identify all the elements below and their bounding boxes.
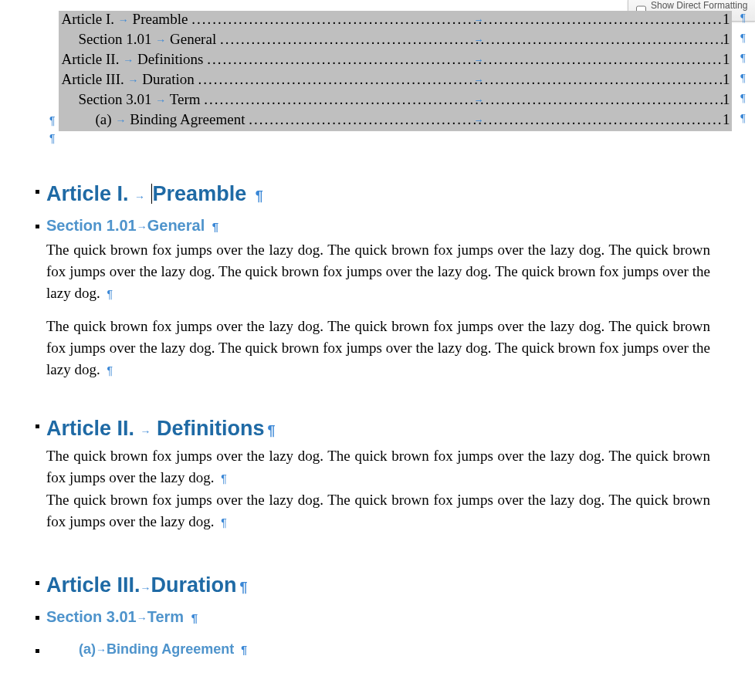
pilcrow-icon: ¶ xyxy=(252,188,263,204)
heading-subsection-a[interactable]: (a)→Binding Agreement ¶ xyxy=(46,641,747,658)
body-paragraph[interactable]: The quick brown fox jumps over the lazy … xyxy=(46,239,710,305)
toc-row[interactable]: Article III. → Duration ................… xyxy=(59,71,732,91)
heading-number: (a) xyxy=(79,641,96,657)
toc-row[interactable]: Section 1.01 → General .................… xyxy=(59,31,732,51)
paragraph-marker-icon xyxy=(36,581,39,585)
heading-section-3-01[interactable]: Section 3.01→Term ¶ xyxy=(46,608,747,626)
tab-icon: → xyxy=(474,34,484,46)
toc-leader-dots: ........................................… xyxy=(249,111,723,128)
tab-icon: → xyxy=(141,582,151,594)
heading-number: Article III. xyxy=(46,573,141,597)
paragraph-marker-icon xyxy=(36,616,39,620)
toc-row[interactable]: Article II. → Definitions ..............… xyxy=(59,51,732,71)
body-paragraph[interactable]: The quick brown fox jumps over the lazy … xyxy=(46,489,710,533)
heading-article-1[interactable]: Article I. → Preamble ¶ xyxy=(46,182,747,206)
toc-page-number: 1 xyxy=(723,111,732,128)
heading-title: Preamble xyxy=(153,182,247,205)
document-area[interactable]: ¶ Article I. → Preamble ................… xyxy=(0,0,755,658)
heading-article-2[interactable]: Article II. → Definitions¶ xyxy=(46,417,747,441)
heading-title: Term xyxy=(147,608,184,625)
toc-entry-text: Article I. → Preamble xyxy=(62,11,192,28)
pilcrow-icon: ¶ xyxy=(740,52,745,65)
table-of-contents[interactable]: Article I. → Preamble ..................… xyxy=(59,11,732,131)
body-paragraph[interactable]: The quick brown fox jumps over the lazy … xyxy=(46,316,710,381)
text-cursor xyxy=(151,184,152,204)
toc-entry-text: Section 3.01 → Term xyxy=(79,91,205,108)
toc-page-number: 1 xyxy=(723,51,732,68)
toc-entry-text: (a) → Binding Agreement xyxy=(96,111,249,128)
heading-title: Binding Agreement xyxy=(107,641,234,657)
heading-number: Section 1.01 xyxy=(46,217,137,234)
pilcrow-icon: ¶ xyxy=(103,364,113,377)
pilcrow-icon: ¶ xyxy=(740,12,745,25)
toc-page-number: 1 xyxy=(723,31,732,48)
paragraph-marker-icon xyxy=(36,649,39,653)
toc-leader-dots: ........................................… xyxy=(191,11,723,28)
pilcrow-icon: ¶ xyxy=(188,611,198,624)
tab-icon: → xyxy=(137,612,147,624)
toc-entry-text: Section 1.01 → General xyxy=(79,31,220,48)
tab-icon: → xyxy=(141,425,151,438)
pilcrow-icon: ¶ xyxy=(46,132,56,144)
tab-icon: → xyxy=(474,14,484,26)
pilcrow-icon: ¶ xyxy=(218,472,227,485)
tab-icon: → xyxy=(96,644,107,656)
heading-article-3[interactable]: Article III.→Duration¶ xyxy=(46,573,747,597)
heading-number: Article I. xyxy=(46,182,129,205)
toc-page-number: 1 xyxy=(723,91,732,108)
paragraph-marker-icon xyxy=(36,225,39,228)
toc-entry-text: Article II. → Definitions xyxy=(62,51,208,68)
toc-entry-text: Article III. → Duration xyxy=(62,71,198,88)
pilcrow-icon: ¶ xyxy=(740,113,745,125)
pilcrow-icon: ¶ xyxy=(238,644,247,656)
toc-row[interactable]: Section 3.01 → Term ....................… xyxy=(59,91,732,111)
pilcrow-icon: ¶ xyxy=(740,73,745,85)
tab-icon: → xyxy=(474,94,484,107)
pilcrow-icon: ¶ xyxy=(218,516,227,529)
pilcrow-icon: ¶ xyxy=(237,580,248,595)
heading-number: Article II. xyxy=(46,417,134,440)
toc-row[interactable]: (a) → Binding Agreement ................… xyxy=(59,111,732,131)
toc-row[interactable]: Article I. → Preamble ..................… xyxy=(59,11,732,31)
tab-icon: → xyxy=(474,54,484,66)
tab-icon: → xyxy=(474,74,484,86)
toc-leader-dots: ........................................… xyxy=(204,91,723,108)
heading-title: General xyxy=(147,217,205,234)
body-text: The quick brown fox jumps over the lazy … xyxy=(46,448,710,485)
body-text: The quick brown fox jumps over the lazy … xyxy=(46,492,710,529)
tab-icon: → xyxy=(134,191,145,203)
pilcrow-icon: ¶ xyxy=(740,93,745,105)
toc-page-number: 1 xyxy=(723,11,732,28)
tab-icon: → xyxy=(137,221,147,233)
body-text: The quick brown fox jumps over the lazy … xyxy=(46,242,710,301)
pilcrow-icon: ¶ xyxy=(103,288,113,300)
pilcrow-icon: ¶ xyxy=(740,32,745,45)
toc-page-number: 1 xyxy=(723,71,732,88)
heading-title: Definitions xyxy=(157,417,265,440)
body-paragraph[interactable]: The quick brown fox jumps over the lazy … xyxy=(46,445,710,489)
pilcrow-icon: ¶ xyxy=(46,114,56,127)
toc-leader-dots: ........................................… xyxy=(220,31,723,48)
toc-leader-dots: ........................................… xyxy=(198,71,723,88)
pilcrow-icon: ¶ xyxy=(209,220,218,233)
heading-title: Duration xyxy=(151,573,237,597)
paragraph-marker-icon xyxy=(36,190,39,194)
tab-icon: → xyxy=(474,114,484,127)
paragraph-marker-icon xyxy=(36,424,39,428)
pilcrow-icon: ¶ xyxy=(265,423,276,438)
body-text: The quick brown fox jumps over the lazy … xyxy=(46,318,710,377)
heading-number: Section 3.01 xyxy=(46,608,137,625)
heading-section-1-01[interactable]: Section 1.01→General ¶ xyxy=(46,217,747,235)
toc-leader-dots: ........................................… xyxy=(207,51,723,68)
